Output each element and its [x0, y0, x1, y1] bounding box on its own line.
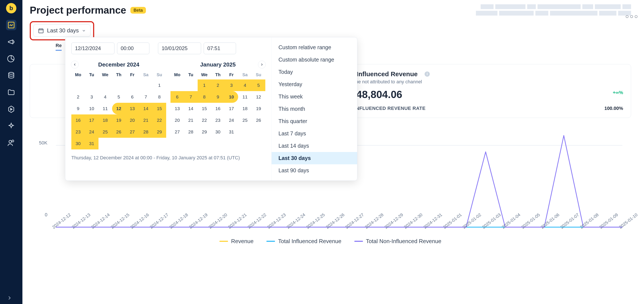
calendar-day[interactable]: 2 [71, 91, 85, 103]
preset-option[interactable]: This week [272, 90, 357, 103]
info-icon[interactable]: i [424, 71, 430, 77]
calendar-day[interactable]: 20 [170, 114, 184, 126]
calendar-day[interactable]: 30 [211, 126, 225, 138]
month-right: January 2025 MoTuWeThFrSaSu 123456789101… [170, 60, 265, 149]
calendar-day[interactable]: 13 [170, 103, 184, 114]
calendar-day[interactable]: 11 [238, 91, 252, 103]
calendar-day[interactable]: 17 [224, 103, 238, 114]
calendar-day[interactable]: 22 [152, 114, 166, 126]
play-polygon-icon[interactable] [6, 104, 16, 114]
chevron-down-icon [82, 29, 86, 33]
calendar-day[interactable]: 14 [139, 103, 152, 114]
calendar-day[interactable]: 23 [211, 114, 225, 126]
calendar-day[interactable]: 16 [211, 103, 225, 114]
calendar-day[interactable]: 18 [98, 114, 112, 126]
calendar-day[interactable]: 19 [252, 103, 265, 114]
calendar-day[interactable]: 2 [211, 79, 225, 91]
calendar-day[interactable]: 7 [139, 91, 152, 103]
preset-option[interactable]: This quarter [272, 115, 357, 127]
dow-header: Sa [238, 72, 252, 77]
calendar-day[interactable]: 8 [198, 91, 211, 103]
calendar-day[interactable]: 5 [252, 79, 265, 91]
calendar-day[interactable]: 30 [71, 138, 85, 149]
date-range-button[interactable]: Last 30 days [34, 24, 90, 37]
calendar-day[interactable]: 28 [184, 126, 198, 138]
end-time-input[interactable] [204, 43, 236, 54]
dow-header: Su [152, 72, 166, 77]
start-date-input[interactable] [71, 43, 114, 54]
calendar-day[interactable]: 26 [252, 114, 265, 126]
calendar-day[interactable]: 5 [112, 91, 126, 103]
users-icon[interactable] [6, 138, 16, 148]
dashboard-icon[interactable] [6, 20, 16, 30]
preset-option[interactable]: Yesterday [272, 78, 357, 90]
prev-month-button[interactable] [71, 61, 79, 68]
tab-revenue[interactable]: Re [56, 43, 62, 51]
calendar-day[interactable]: 11 [98, 103, 112, 114]
calendar-day [71, 79, 85, 91]
calendar-day[interactable]: 9 [71, 103, 85, 114]
start-time-input[interactable] [117, 43, 149, 54]
folder-icon[interactable] [6, 87, 16, 98]
calendar-day[interactable]: 1 [198, 79, 211, 91]
calendar-day[interactable]: 31 [85, 138, 98, 149]
next-month-button[interactable] [258, 61, 266, 68]
calendar-day[interactable]: 10 [224, 91, 238, 103]
preset-option[interactable]: Last 14 days [272, 140, 357, 152]
brand-logo[interactable]: b [6, 3, 16, 13]
calendar-day[interactable]: 1 [152, 79, 166, 91]
calendar-day[interactable]: 4 [98, 91, 112, 103]
preset-option[interactable]: Custom relative range [272, 41, 357, 54]
calendar-day[interactable]: 9 [211, 91, 225, 103]
preset-option[interactable]: Custom absolute range [272, 54, 357, 66]
preset-option[interactable]: Today [272, 66, 357, 78]
calendar-day [85, 79, 98, 91]
calendar-day[interactable]: 7 [184, 91, 198, 103]
calendar-day[interactable]: 6 [170, 91, 184, 103]
sparkle-icon[interactable] [6, 121, 16, 131]
preset-option[interactable]: This month [272, 103, 357, 115]
calendar-day[interactable]: 25 [98, 126, 112, 138]
calendar-day[interactable]: 24 [224, 114, 238, 126]
calendar-day[interactable]: 14 [184, 103, 198, 114]
calendar-day[interactable]: 12 [252, 91, 265, 103]
preset-option[interactable]: Last 30 days [272, 152, 357, 164]
calendar-day[interactable]: 12 [112, 103, 126, 114]
pie-chart-icon[interactable] [6, 54, 16, 64]
calendar-day[interactable]: 27 [126, 126, 139, 138]
calendar-day[interactable]: 18 [238, 103, 252, 114]
end-date-input[interactable] [158, 43, 201, 54]
calendar-day[interactable]: 6 [126, 91, 139, 103]
calendar-day[interactable]: 27 [170, 126, 184, 138]
preset-option[interactable]: Last 7 days [272, 127, 357, 140]
calendar-day[interactable]: 15 [152, 103, 166, 114]
calendar-day[interactable]: 21 [139, 114, 152, 126]
calendar-day[interactable]: 8 [152, 91, 166, 103]
preset-option[interactable]: Last 90 days [272, 164, 357, 177]
calendar-day[interactable]: 31 [224, 126, 238, 138]
calendar-day[interactable]: 19 [112, 114, 126, 126]
calendar-day[interactable]: 10 [85, 103, 98, 114]
calendar-day[interactable]: 22 [198, 114, 211, 126]
calendar-day[interactable]: 21 [184, 114, 198, 126]
calendar-day[interactable]: 15 [198, 103, 211, 114]
calendar-day[interactable]: 26 [112, 126, 126, 138]
expand-sidebar-icon[interactable] [6, 295, 12, 302]
calendar-day[interactable]: 4 [238, 79, 252, 91]
calendar-day[interactable]: 28 [139, 126, 152, 138]
calendar-day[interactable]: 23 [71, 126, 85, 138]
calendar-day[interactable]: 16 [71, 114, 85, 126]
calendar-day[interactable]: 13 [126, 103, 139, 114]
calendar-day[interactable]: 24 [85, 126, 98, 138]
calendar-day[interactable]: 29 [198, 126, 211, 138]
calendar-day[interactable]: 20 [126, 114, 139, 126]
megaphone-icon[interactable] [6, 37, 16, 47]
more-menu-icon[interactable]: ○○○ [625, 13, 639, 20]
calendar-day[interactable]: 3 [224, 79, 238, 91]
calendar-day[interactable]: 29 [152, 126, 166, 138]
svg-point-3 [12, 140, 14, 142]
calendar-day[interactable]: 3 [85, 91, 98, 103]
database-icon[interactable] [6, 70, 16, 81]
calendar-day[interactable]: 25 [238, 114, 252, 126]
calendar-day[interactable]: 17 [85, 114, 98, 126]
